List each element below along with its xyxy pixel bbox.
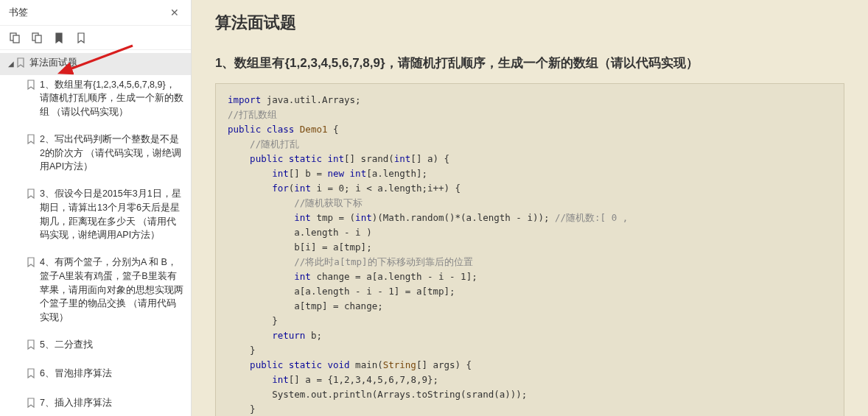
tree-item-label: 3、假设今日是2015年3月1日，星期日，请算出13个月零6天后是星期几，距离现…: [40, 187, 183, 242]
expand-all-icon[interactable]: [9, 32, 21, 43]
section-1: 1、数组里有{1,2,3,4,5,6,7,8,9}，请随机打乱顺序，生成一个新的…: [215, 54, 844, 416]
bookmark-icon: [27, 257, 35, 272]
tree-item-label: 5、二分查找: [40, 338, 183, 352]
bookmark-icon: [27, 80, 35, 94]
tree-root-item[interactable]: ◢ 算法面试题: [0, 53, 191, 75]
collapse-all-icon[interactable]: [31, 32, 43, 43]
svg-rect-3: [35, 35, 41, 43]
tree-item[interactable]: 6、冒泡排序算法: [0, 364, 191, 386]
bookmark-icon: [27, 339, 35, 354]
tree-item[interactable]: 5、二分查找: [0, 335, 191, 357]
svg-rect-1: [13, 35, 19, 43]
bookmarks-sidebar: 书签 ✕ ◢ 算法面试题 1、数组里有{1,2,3,4,5,6,7,8,9}，请…: [0, 0, 192, 416]
tree-item[interactable]: 2、写出代码判断一个整数是不是2的阶次方 （请代码实现，谢绝调用API方法）: [0, 130, 191, 177]
bookmark-tree[interactable]: ◢ 算法面试题 1、数组里有{1,2,3,4,5,6,7,8,9}，请随机打乱顺…: [0, 50, 191, 416]
bookmark-filled-icon[interactable]: [53, 32, 65, 43]
tree-item-label: 2、写出代码判断一个整数是不是2的阶次方 （请代码实现，谢绝调用API方法）: [40, 133, 183, 174]
tree-item[interactable]: 4、有两个篮子，分别为A 和 B，篮子A里装有鸡蛋，篮子B里装有苹果，请用面向对…: [0, 253, 191, 328]
bookmark-icon: [27, 368, 35, 383]
code-block-1[interactable]: import java.util.Arrays; //打乱数组 public c…: [215, 83, 844, 416]
main-content[interactable]: 算法面试题 1、数组里有{1,2,3,4,5,6,7,8,9}，请随机打乱顺序，…: [192, 0, 868, 416]
close-icon[interactable]: ✕: [167, 7, 182, 18]
tree-item[interactable]: 7、插入排序算法: [0, 393, 191, 415]
page-title: 算法面试题: [215, 12, 844, 34]
tree-item-label: 4、有两个篮子，分别为A 和 B，篮子A里装有鸡蛋，篮子B里装有苹果，请用面向对…: [40, 255, 183, 325]
caret-down-icon: ◢: [7, 58, 15, 69]
bookmark-icon: [27, 134, 35, 149]
bookmark-icon: [27, 398, 35, 412]
tree-item[interactable]: 1、数组里有{1,2,3,4,5,6,7,8,9}，请随机打乱顺序，生成一个新的…: [0, 75, 191, 122]
sidebar-title: 书签: [9, 6, 28, 19]
bookmark-icon: [27, 188, 35, 203]
section-1-title: 1、数组里有{1,2,3,4,5,6,7,8,9}，请随机打乱顺序，生成一个新的…: [215, 54, 844, 71]
tree-item[interactable]: 3、假设今日是2015年3月1日，星期日，请算出13个月零6天后是星期几，距离现…: [0, 184, 191, 245]
tree-item-label: 7、插入排序算法: [40, 396, 183, 410]
tree-item-label: 6、冒泡排序算法: [40, 367, 183, 381]
tree-item-label: 1、数组里有{1,2,3,4,5,6,7,8,9}，请随机打乱顺序，生成一个新的…: [40, 78, 183, 119]
sidebar-toolbar: [0, 26, 191, 50]
bookmark-icon[interactable]: [75, 32, 87, 43]
tree-root-label: 算法面试题: [29, 56, 183, 70]
bookmark-icon: [16, 57, 25, 72]
sidebar-header: 书签 ✕: [0, 0, 191, 26]
